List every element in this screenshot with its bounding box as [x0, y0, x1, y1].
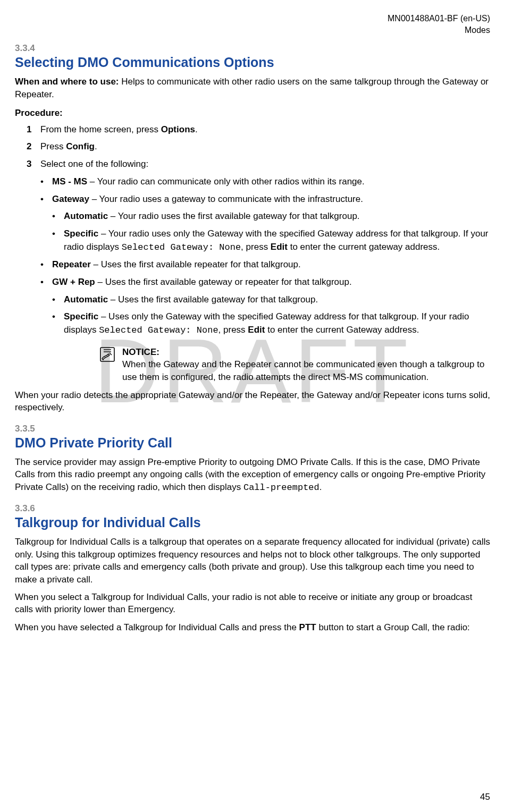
section-336-p2: When you select a Talkgroup for Individu… — [15, 591, 490, 616]
chapter-name: Modes — [15, 24, 490, 36]
page-content: MN001488A01-BF (en-US) Modes 3.3.4 Selec… — [0, 0, 505, 652]
step-number: 2 — [27, 140, 31, 154]
option-text: to enter the current Gateway address. — [265, 325, 419, 335]
step-number: 1 — [27, 123, 31, 137]
section-number-334: 3.3.4 — [15, 43, 490, 54]
step-text-pre: From the home screen, press — [40, 124, 161, 134]
options-list: MS - MS – Your radio can communicate onl… — [40, 175, 490, 384]
option-label: Specific — [64, 229, 98, 239]
option-text: , press — [241, 242, 271, 252]
p-bold: PTT — [299, 622, 316, 632]
option-mono: Selected Gateway: None — [122, 242, 241, 252]
step-text-post: . — [195, 124, 198, 134]
step-text-bold: Config — [66, 141, 95, 151]
option-label: Automatic — [64, 211, 108, 221]
result-paragraph: When your radio detects the appropriate … — [15, 389, 490, 414]
option-label: MS - MS — [52, 176, 87, 187]
option-label: Repeater — [52, 259, 91, 269]
section-number-336: 3.3.6 — [15, 503, 490, 514]
option-gwrep-automatic: Automatic – Uses the first available gat… — [52, 293, 490, 307]
step-2: 2 Press Config. — [27, 140, 490, 154]
step-text-post: . — [95, 141, 97, 151]
step-text: Select one of the following: — [40, 159, 148, 169]
procedure-label: Procedure: — [15, 108, 490, 119]
option-gwrep-specific: Specific – Uses only the Gateway with th… — [52, 310, 490, 337]
option-label: Automatic — [64, 294, 108, 304]
option-label: GW + Rep — [52, 277, 95, 287]
section-335-paragraph: The service provider may assign Pre-empt… — [15, 456, 490, 494]
page-number: 45 — [480, 792, 490, 802]
option-label: Specific — [64, 311, 98, 322]
step-number: 3 — [27, 157, 31, 171]
p-text: button to start a Group Call, the radio: — [316, 622, 470, 632]
step-text-pre: Press — [40, 141, 66, 151]
gateway-sublist: Automatic – Your radio uses the first av… — [52, 210, 490, 254]
notice-body: NOTICE: When the Gateway and the Repeate… — [122, 346, 490, 384]
option-gateway-automatic: Automatic – Your radio uses the first av… — [52, 210, 490, 223]
option-label: Gateway — [52, 194, 89, 204]
option-gwrep: GW + Rep – Uses the first available gate… — [40, 276, 490, 384]
when-where-label: When and where to use: — [15, 77, 119, 87]
option-text: , press — [218, 325, 248, 335]
procedure-list: 1 From the home screen, press Options. 2… — [15, 123, 490, 384]
when-where-paragraph: When and where to use: Helps to communic… — [15, 75, 490, 100]
step-text-bold: Options — [161, 124, 195, 134]
section-336-p3: When you have selected a Talkgroup for I… — [15, 621, 490, 633]
notice-label: NOTICE: — [122, 346, 490, 359]
p-mono: Call-preempted — [243, 483, 319, 493]
gwrep-sublist: Automatic – Uses the first available gat… — [52, 293, 490, 337]
option-text: – Your radio uses the first available ga… — [108, 211, 359, 221]
option-msms: MS - MS – Your radio can communicate onl… — [40, 175, 490, 189]
p-text: When you have selected a Talkgroup for I… — [15, 622, 299, 632]
step-3: 3 Select one of the following: MS - MS –… — [27, 157, 490, 384]
option-gateway-specific: Specific – Your radio uses only the Gate… — [52, 227, 490, 254]
notice-text: When the Gateway and the Repeater cannot… — [122, 359, 484, 382]
section-336-p1: Talkgroup for Individual Calls is a talk… — [15, 536, 490, 586]
option-repeater: Repeater – Uses the first available repe… — [40, 258, 490, 272]
section-title-334: Selecting DMO Communications Options — [15, 55, 490, 70]
document-id: MN001488A01-BF (en-US) — [15, 13, 490, 24]
page-header: MN001488A01-BF (en-US) Modes — [15, 13, 490, 36]
option-mono: Selected Gateway: None — [99, 325, 218, 335]
section-title-335: DMO Private Priority Call — [15, 435, 490, 451]
section-title-336: Talkgroup for Individual Calls — [15, 515, 490, 530]
option-edit: Edit — [271, 242, 288, 252]
notice-block: NOTICE: When the Gateway and the Repeate… — [52, 346, 490, 384]
option-text: – Uses the first available repeater for … — [91, 259, 301, 269]
option-text: to enter the current gateway address. — [288, 242, 440, 252]
step-1: 1 From the home screen, press Options. — [27, 123, 490, 137]
notice-icon — [99, 346, 116, 384]
option-text: – Your radio can communicate only with o… — [87, 176, 365, 187]
section-number-335: 3.3.5 — [15, 424, 490, 434]
option-gateway: Gateway – Your radio uses a gateway to c… — [40, 193, 490, 255]
option-edit: Edit — [248, 325, 265, 335]
option-text: – Uses the first available gateway or re… — [95, 277, 352, 287]
option-text: – Uses the first available gateway for t… — [108, 294, 318, 304]
p-text: . — [319, 482, 322, 492]
option-text: – Your radio uses a gateway to communica… — [89, 194, 363, 204]
